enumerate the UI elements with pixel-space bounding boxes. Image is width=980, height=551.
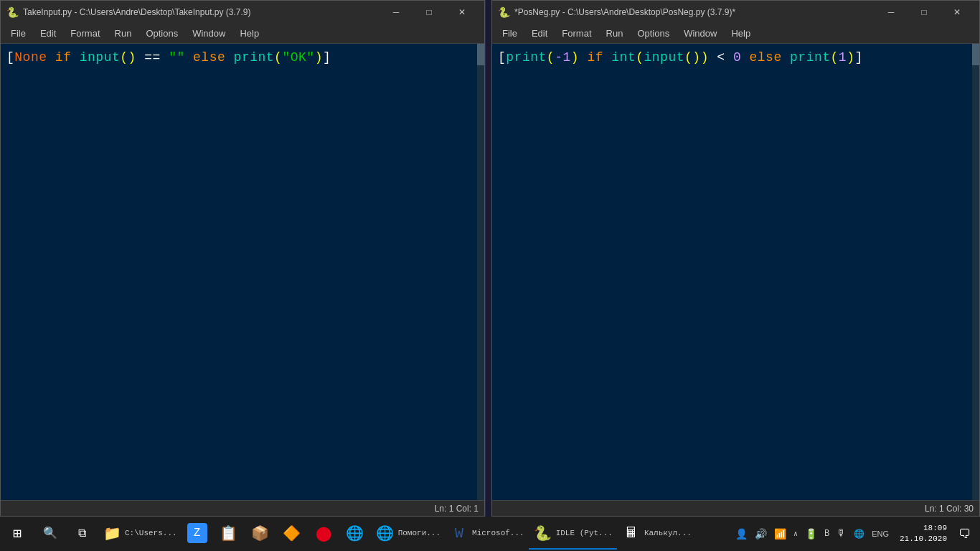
code-line-1-left: [None if input() == "" else print("OK")] xyxy=(6,48,479,67)
minimize-button-left[interactable]: ─ xyxy=(380,1,413,24)
taskbar-item-app3[interactable]: 📋 xyxy=(213,518,245,550)
tray-icon-bluetooth[interactable]: B xyxy=(822,527,831,540)
taskbar-item-blender[interactable]: 🔶 xyxy=(276,518,308,550)
code-line-1-right: [print(-1) if int(input()) < 0 else prin… xyxy=(498,48,974,67)
window-title-right: *PosNeg.py - C:\Users\Andre\Desktop\PosN… xyxy=(514,7,875,17)
app3-icon: 📋 xyxy=(219,523,239,543)
menu-format-left[interactable]: Format xyxy=(63,24,107,44)
menu-run-right[interactable]: Run xyxy=(599,24,631,44)
taskbar-item-app4[interactable]: 📦 xyxy=(245,518,276,550)
window-icon-right: 🐍 xyxy=(498,6,510,19)
window-left: 🐍 TakeInput.py - C:\Users\Andre\Desktop\… xyxy=(0,0,485,517)
explorer-label: C:\Users... xyxy=(125,529,177,537)
idle-icon: 🐍 xyxy=(533,523,553,543)
code-area-right[interactable]: [print(-1) if int(input()) < 0 else prin… xyxy=(492,44,979,500)
desktop: 🐍 TakeInput.py - C:\Users\Andre\Desktop\… xyxy=(0,0,980,517)
start-icon: ⊞ xyxy=(13,524,22,542)
close-button-right[interactable]: ✕ xyxy=(941,1,974,24)
scrollbar-thumb-right[interactable] xyxy=(972,44,979,65)
taskbar-item-explorer[interactable]: 📁 C:\Users... xyxy=(98,518,182,550)
blender-icon: 🔶 xyxy=(282,523,302,543)
search-icon: 🔍 xyxy=(43,526,57,540)
menu-file-left[interactable]: File xyxy=(4,24,33,44)
system-tray: 👤 🔊 📶 ∧ 🔋 B 🎙 🌐 ENG 18:09 21.10.2020 🗨 xyxy=(733,523,980,545)
tray-icon-2[interactable]: 🔊 xyxy=(753,527,769,542)
maximize-button-right[interactable]: □ xyxy=(908,1,941,24)
clock-date: 21.10.2020 xyxy=(900,534,947,545)
notification-center[interactable]: 🗨 xyxy=(956,525,974,543)
menu-run-left[interactable]: Run xyxy=(108,24,139,44)
search-button[interactable]: 🔍 xyxy=(34,518,66,550)
task-view-button[interactable]: ⧉ xyxy=(66,518,98,550)
chrome2-icon: 🌐 xyxy=(375,523,395,543)
tray-icon-mic[interactable]: 🎙 xyxy=(834,527,849,541)
start-button[interactable]: ⊞ xyxy=(0,518,34,550)
menu-help-right[interactable]: Help xyxy=(724,24,758,44)
tray-icon-3[interactable]: 📶 xyxy=(772,527,788,542)
scrollbar-right[interactable] xyxy=(972,44,979,500)
window-right: 🐍 *PosNeg.py - C:\Users\Andre\Desktop\Po… xyxy=(491,0,980,517)
menu-options-left[interactable]: Options xyxy=(138,24,185,44)
window-controls-left: ─ □ ✕ xyxy=(380,1,479,24)
taskbar-item-chrome2[interactable]: 🌐 Помоги... xyxy=(371,518,445,550)
word-icon: W xyxy=(449,523,469,543)
zoom-icon: Z xyxy=(187,523,207,543)
window-divider xyxy=(486,0,491,517)
title-bar-right: 🐍 *PosNeg.py - C:\Users\Andre\Desktop\Po… xyxy=(492,1,979,24)
maximize-button-left[interactable]: □ xyxy=(413,1,446,24)
word-label: Microsof... xyxy=(472,529,524,537)
taskbar-item-app6[interactable]: ⬤ xyxy=(308,518,339,550)
scrollbar-thumb-left[interactable] xyxy=(477,44,484,65)
menu-options-right[interactable]: Options xyxy=(630,24,677,44)
menu-format-right[interactable]: Format xyxy=(555,24,598,44)
task-view-icon: ⧉ xyxy=(78,527,86,540)
window-controls-right: ─ □ ✕ xyxy=(875,1,974,24)
taskbar-item-zoom[interactable]: Z xyxy=(182,518,213,550)
menu-bar-right: File Edit Format Run Options Window Help xyxy=(492,24,979,44)
taskbar: ⊞ 🔍 ⧉ 📁 C:\Users... Z 📋 📦 🔶 ⬤ 🌐 🌐 Помоги… xyxy=(0,517,980,551)
menu-help-left[interactable]: Help xyxy=(232,24,266,44)
close-button-left[interactable]: ✕ xyxy=(446,1,479,24)
system-clock[interactable]: 18:09 21.10.2020 xyxy=(894,523,953,545)
window-icon-left: 🐍 xyxy=(6,6,19,19)
explorer-icon: 📁 xyxy=(102,523,122,543)
status-text-right: Ln: 1 Col: 30 xyxy=(925,504,974,514)
menu-window-left[interactable]: Window xyxy=(185,24,232,44)
code-area-left[interactable]: [None if input() == "" else print("OK")] xyxy=(1,44,484,500)
app6-icon: ⬤ xyxy=(314,523,334,543)
scrollbar-left[interactable] xyxy=(477,44,484,500)
tray-icon-battery[interactable]: 🔋 xyxy=(803,527,819,542)
tray-icon-1[interactable]: 👤 xyxy=(733,527,750,542)
menu-file-right[interactable]: File xyxy=(495,24,524,44)
chrome-icon: 🌐 xyxy=(345,523,365,543)
taskbar-item-word[interactable]: W Microsof... xyxy=(445,518,529,550)
menu-window-right[interactable]: Window xyxy=(677,24,724,44)
taskbar-item-idle[interactable]: 🐍 IDLE (Pyt... xyxy=(529,518,617,550)
menu-bar-left: File Edit Format Run Options Window Help xyxy=(1,24,484,44)
tray-overflow[interactable]: ∧ xyxy=(791,528,800,540)
taskbar-item-calc[interactable]: 🖩 Калькул... xyxy=(617,518,696,550)
minimize-button-right[interactable]: ─ xyxy=(875,1,908,24)
calc-icon: 🖩 xyxy=(621,523,641,543)
app4-icon: 📦 xyxy=(250,523,270,543)
chrome2-label: Помоги... xyxy=(398,529,440,537)
window-title-left: TakeInput.py - C:\Users\Andre\Desktop\Ta… xyxy=(23,7,380,17)
menu-edit-right[interactable]: Edit xyxy=(524,24,555,44)
taskbar-item-chrome[interactable]: 🌐 xyxy=(339,518,371,550)
tray-icon-kbd[interactable]: ENG xyxy=(870,528,891,540)
status-bar-right: Ln: 1 Col: 30 xyxy=(492,500,979,516)
status-text-left: Ln: 1 Col: 1 xyxy=(435,504,479,514)
idle-label: IDLE (Pyt... xyxy=(556,529,613,537)
title-bar-left: 🐍 TakeInput.py - C:\Users\Andre\Desktop\… xyxy=(1,1,484,24)
tray-icon-net[interactable]: 🌐 xyxy=(852,527,867,541)
calc-label: Калькул... xyxy=(644,529,692,537)
clock-time: 18:09 xyxy=(900,523,947,534)
menu-edit-left[interactable]: Edit xyxy=(33,24,63,44)
status-bar-left: Ln: 1 Col: 1 xyxy=(1,500,484,516)
